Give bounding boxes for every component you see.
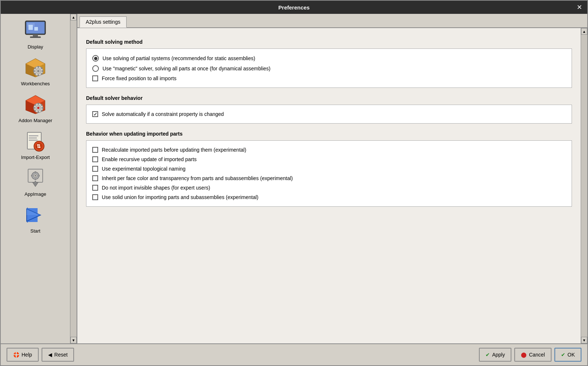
workbenches-icon	[24, 56, 47, 79]
checkbox-solve-auto[interactable]	[92, 111, 98, 117]
option-row: Inherit per face color and transparency …	[92, 174, 566, 183]
sidebar-item-addon-manager[interactable]: Addon Manager	[4, 90, 66, 126]
option-row: Use "magnetic" solver, solving all parts…	[92, 63, 566, 74]
help-icon: 🛟	[13, 352, 19, 358]
checkbox-inherit-face-color[interactable]	[92, 175, 98, 181]
checkbox-recalculate[interactable]	[92, 147, 98, 153]
content-scrollbar: ▲ ▼	[581, 28, 587, 343]
sidebar-item-display[interactable]: Display	[4, 17, 66, 52]
solver-behavior-group: Solve automatically if a constraint prop…	[86, 105, 572, 124]
checkbox-force-fixed-label: Force fixed position to all imports	[102, 75, 177, 81]
sidebar-scroll-up[interactable]: ▲	[70, 14, 77, 20]
svg-rect-49	[35, 171, 36, 173]
svg-rect-39	[29, 135, 38, 136]
bottom-bar: 🛟 Help ◀ Reset ✔ Apply ⬤ Cancel ✔ OK	[1, 343, 587, 365]
preferences-dialog: Preferences ✕	[0, 0, 588, 366]
sidebar-item-appimage[interactable]: AppImage	[4, 164, 66, 199]
svg-rect-7	[34, 27, 38, 31]
main-scroll-container: Default solving method Use solving of pa…	[77, 28, 587, 343]
sidebar-label-display: Display	[28, 44, 43, 50]
svg-rect-15	[38, 66, 39, 68]
svg-rect-52	[38, 175, 40, 176]
svg-rect-30	[38, 103, 39, 105]
tab-a2plus[interactable]: A2plus settings	[80, 16, 127, 28]
section-solving-method-title: Default solving method	[86, 39, 572, 45]
svg-rect-16	[38, 74, 39, 76]
content-area: Default solving method Use solving of pa…	[77, 28, 581, 343]
sidebar-item-import-export[interactable]: ⇅ Import-Export	[4, 127, 66, 163]
svg-rect-18	[42, 70, 43, 72]
checkbox-recalculate-label: Recalculate imported parts before updati…	[102, 147, 246, 153]
updating-parts-group: Recalculate imported parts before updati…	[86, 140, 572, 207]
svg-rect-41	[29, 140, 38, 141]
svg-text:⇅: ⇅	[36, 143, 41, 149]
reset-button[interactable]: ◀ Reset	[42, 348, 74, 362]
sidebar-label-import-export: Import-Export	[21, 155, 50, 160]
content-scroll-up[interactable]: ▲	[581, 28, 587, 35]
sidebar-label-workbenches: Workbenches	[21, 81, 50, 86]
radio-partial-systems[interactable]	[92, 55, 99, 62]
sidebar-items: Display	[1, 14, 70, 343]
option-row: Use experimental topological naming	[92, 164, 566, 174]
sidebar-item-workbenches[interactable]: Workbenches	[4, 54, 66, 89]
svg-rect-40	[29, 137, 37, 139]
checkbox-no-invisible-shapes-label: Do not import invisible shapes (for expe…	[102, 185, 210, 191]
title-bar: Preferences ✕	[1, 1, 587, 14]
apply-button[interactable]: ✔ Apply	[479, 348, 511, 362]
radio-magnetic-solver-label: Use "magnetic" solver, solving all parts…	[102, 66, 270, 71]
svg-rect-4	[33, 34, 38, 36]
apply-icon: ✔	[486, 352, 490, 358]
tab-bar: A2plus settings	[77, 14, 587, 28]
svg-rect-6	[28, 25, 33, 30]
sidebar-label-addon-manager: Addon Manager	[19, 118, 53, 123]
start-icon	[24, 203, 47, 227]
appimage-icon	[24, 167, 47, 190]
addon-manager-icon	[24, 93, 47, 116]
svg-rect-17	[33, 70, 35, 72]
sidebar-scroll-down[interactable]: ▼	[70, 337, 77, 343]
option-row: Enable recursive update of imported part…	[92, 155, 566, 164]
cancel-button[interactable]: ⬤ Cancel	[514, 348, 552, 362]
section-updating-parts-title: Behavior when updating imported parts	[86, 131, 572, 137]
checkbox-no-invisible-shapes[interactable]	[92, 185, 98, 191]
sidebar-scrollbar: ▲ ▼	[70, 14, 77, 343]
sidebar-scroll-track	[70, 20, 77, 337]
help-button[interactable]: 🛟 Help	[7, 348, 39, 362]
dialog-title: Preferences	[278, 4, 310, 11]
svg-rect-50	[35, 179, 36, 180]
sidebar-label-start: Start	[30, 228, 40, 234]
display-icon	[24, 19, 47, 43]
checkbox-solid-union-label: Use solid union for importing parts and …	[102, 194, 259, 200]
checkbox-recursive-update[interactable]	[92, 156, 98, 162]
checkbox-force-fixed[interactable]	[92, 75, 98, 81]
svg-point-48	[35, 175, 36, 176]
close-button[interactable]: ✕	[575, 3, 584, 12]
import-export-icon: ⇅	[24, 130, 47, 153]
checkbox-topological-naming-label: Use experimental topological naming	[102, 166, 186, 172]
radio-partial-systems-label: Use solving of partial systems (recommen…	[102, 55, 255, 61]
content-scroll-down[interactable]: ▼	[581, 337, 587, 343]
checkbox-recursive-update-label: Enable recursive update of imported part…	[102, 156, 197, 162]
option-row: Use solid union for importing parts and …	[92, 192, 566, 202]
sidebar-item-start[interactable]: Start	[4, 201, 66, 236]
svg-rect-31	[38, 111, 39, 113]
checkbox-topological-naming[interactable]	[92, 166, 98, 172]
sidebar-label-appimage: AppImage	[24, 191, 46, 197]
svg-rect-54	[35, 181, 36, 184]
option-row: Do not import invisible shapes (for expe…	[92, 183, 566, 192]
option-row: Recalculate imported parts before updati…	[92, 145, 566, 155]
checkbox-solid-union[interactable]	[92, 194, 98, 200]
content-scroll-track	[581, 35, 587, 337]
ok-button[interactable]: ✔ OK	[554, 348, 581, 362]
sidebar: Display	[1, 14, 77, 343]
dialog-body: Display	[1, 14, 587, 343]
reset-icon: ◀	[48, 352, 52, 358]
solving-method-group: Use solving of partial systems (recommen…	[86, 48, 572, 88]
ok-icon: ✔	[561, 352, 565, 358]
svg-rect-33	[42, 107, 43, 109]
bottom-left-buttons: 🛟 Help ◀ Reset	[7, 348, 74, 362]
svg-rect-32	[33, 107, 35, 109]
radio-magnetic-solver[interactable]	[92, 65, 99, 72]
checkbox-inherit-face-color-label: Inherit per face color and transparency …	[102, 175, 293, 181]
option-row: Force fixed position to all imports	[92, 74, 566, 83]
